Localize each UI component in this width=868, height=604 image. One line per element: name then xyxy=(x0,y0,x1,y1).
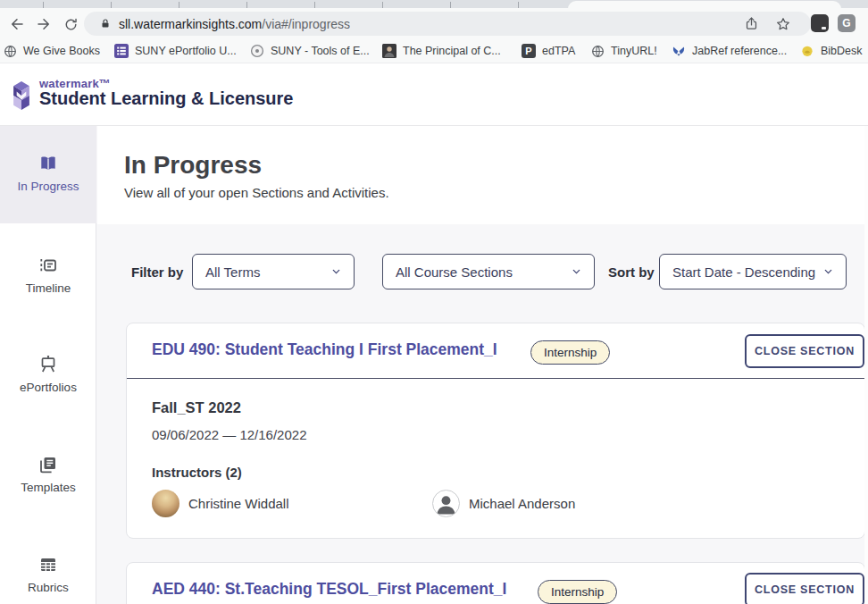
section-card: EDU 490: Student Teaching I First Placem… xyxy=(126,323,865,539)
internship-badge: Internship xyxy=(530,340,610,365)
omnibox-actions xyxy=(744,12,791,36)
app-header: watermark™ Student Learning & Licensure xyxy=(0,63,868,126)
tab-divider xyxy=(179,2,179,8)
back-button[interactable] xyxy=(5,13,29,36)
bookmark-label: JabRef reference... xyxy=(692,45,787,57)
easel-icon xyxy=(38,354,59,375)
bookmark-bibdesk[interactable]: BibDesk xyxy=(800,39,863,63)
card-divider xyxy=(127,378,864,379)
section-title-link[interactable]: EDU 490: Student Teaching I First Placem… xyxy=(152,340,497,359)
share-icon[interactable] xyxy=(744,15,759,32)
instructors-label: Instructors (2) xyxy=(152,465,242,480)
bookmark-we-give-books[interactable]: We Give Books xyxy=(3,39,100,63)
bookmark-label: The Principal of C... xyxy=(403,45,501,57)
sidebar-item-rubrics[interactable]: Rubrics xyxy=(0,554,96,594)
chevron-down-icon xyxy=(823,268,833,275)
bookmarks-bar: We Give Books SUNY ePortfolio U... SUNY … xyxy=(0,39,868,63)
timeline-icon xyxy=(38,255,59,276)
term-name: Fall_ST 2022 xyxy=(152,399,241,416)
tab-divider xyxy=(314,2,315,8)
tab-divider xyxy=(450,2,451,8)
letter-p-icon: P xyxy=(522,44,536,58)
sidebar-item-label: Templates xyxy=(21,481,76,494)
course-sections-dropdown-value: All Course Sections xyxy=(396,264,513,280)
bookmark-label: BibDesk xyxy=(821,45,863,57)
sidebar-item-in-progress[interactable]: In Progress xyxy=(0,153,96,193)
instructor-item: Michael Anderson xyxy=(432,490,575,517)
avatar xyxy=(152,490,179,517)
chevron-down-icon xyxy=(331,268,341,275)
purple-list-icon xyxy=(114,44,129,58)
lock-icon[interactable] xyxy=(100,18,111,29)
back-arrow-icon xyxy=(9,16,25,32)
avatar xyxy=(432,490,460,517)
url-text: sll.watermarkinsights.com/via#/inprogres… xyxy=(119,17,350,31)
instructor-item: Christine Widdall xyxy=(152,490,289,517)
extension-icon[interactable] xyxy=(811,14,829,32)
sidebar: In Progress Timeline ePortfolios Templat… xyxy=(0,126,96,604)
sidebar-item-label: ePortfolios xyxy=(20,381,77,394)
bookmark-principal[interactable]: The Principal of C... xyxy=(382,39,501,63)
bookmark-suny-eportfolio[interactable]: SUNY ePortfolio U... xyxy=(114,39,237,63)
bookmark-star-icon[interactable] xyxy=(775,16,791,32)
tab-divider xyxy=(382,2,383,8)
tab-divider xyxy=(518,2,519,8)
course-sections-dropdown[interactable]: All Course Sections xyxy=(382,254,595,289)
section-card: AED 440: St.Teaching TESOL_First Placeme… xyxy=(126,562,865,604)
sidebar-item-label: Rubrics xyxy=(28,581,69,594)
internship-badge: Internship xyxy=(538,580,617,604)
gray-circle-icon xyxy=(250,44,264,58)
table-grid-icon xyxy=(38,554,59,575)
url-path: /via#/inprogress xyxy=(262,17,350,31)
address-bar[interactable]: sll.watermarkinsights.com/via#/inprogres… xyxy=(84,12,811,36)
tab-divider xyxy=(43,2,44,8)
bookmark-label: SUNY - Tools of E... xyxy=(271,45,370,57)
watermark-logo xyxy=(7,79,36,113)
page-title: In Progress xyxy=(124,151,262,180)
chevron-down-icon xyxy=(572,268,581,275)
bookmark-label: TinyURL! xyxy=(611,45,657,57)
globe-icon xyxy=(590,44,605,58)
blue-bird-icon xyxy=(672,44,686,58)
sort-dropdown[interactable]: Start Date - Descending xyxy=(659,254,847,289)
person-silhouette-icon xyxy=(433,491,459,517)
tab-divider xyxy=(111,2,112,8)
sidebar-item-templates[interactable]: Templates xyxy=(0,454,96,494)
sort-by-label: Sort by xyxy=(608,254,655,289)
sidebar-item-label: In Progress xyxy=(17,180,79,193)
bookmark-edtpa[interactable]: P edTPA xyxy=(522,39,575,63)
bookmark-tinyurl[interactable]: TinyURL! xyxy=(590,39,657,63)
globe-icon xyxy=(3,44,17,58)
bookmark-jabref[interactable]: JabRef reference... xyxy=(672,39,787,63)
bookmark-label: edTPA xyxy=(542,45,575,57)
sidebar-item-eportfolios[interactable]: ePortfolios xyxy=(0,354,96,394)
yellow-icon xyxy=(800,44,814,58)
browser-toolbar: sll.watermarkinsights.com/via#/inprogres… xyxy=(0,8,868,39)
forward-button[interactable] xyxy=(32,13,55,36)
close-section-button[interactable]: CLOSE SECTION xyxy=(745,573,864,604)
reload-icon xyxy=(63,17,79,32)
section-title-link[interactable]: AED 440: St.Teaching TESOL_First Placeme… xyxy=(152,580,506,599)
sort-dropdown-value: Start Date - Descending xyxy=(672,264,815,280)
main-content: In Progress View all of your open Sectio… xyxy=(97,126,868,604)
scrollbar-track[interactable] xyxy=(864,126,868,604)
url-domain: sll.watermarkinsights.com xyxy=(119,17,262,31)
filter-by-label: Filter by xyxy=(131,254,183,289)
instructor-name: Christine Widdall xyxy=(188,496,289,511)
bookmark-label: We Give Books xyxy=(23,45,100,57)
stacked-docs-icon xyxy=(38,454,59,475)
reload-button[interactable] xyxy=(59,13,82,36)
terms-dropdown-value: All Terms xyxy=(205,264,260,280)
close-section-button[interactable]: CLOSE SECTION xyxy=(745,334,864,368)
tab-strip xyxy=(0,0,868,8)
terms-dropdown[interactable]: All Terms xyxy=(192,254,355,289)
profile-g-icon[interactable]: G xyxy=(838,14,855,32)
instructor-name: Michael Anderson xyxy=(469,496,575,511)
app-title: Student Learning & Licensure xyxy=(39,88,293,109)
sidebar-item-label: Timeline xyxy=(26,281,71,295)
portrait-photo-icon xyxy=(382,44,396,58)
term-dates: 09/06/2022 — 12/16/2022 xyxy=(152,427,306,442)
bookmark-label: SUNY ePortfolio U... xyxy=(135,45,237,57)
sidebar-item-timeline[interactable]: Timeline xyxy=(0,255,96,295)
bookmark-suny-tools[interactable]: SUNY - Tools of E... xyxy=(250,39,370,63)
